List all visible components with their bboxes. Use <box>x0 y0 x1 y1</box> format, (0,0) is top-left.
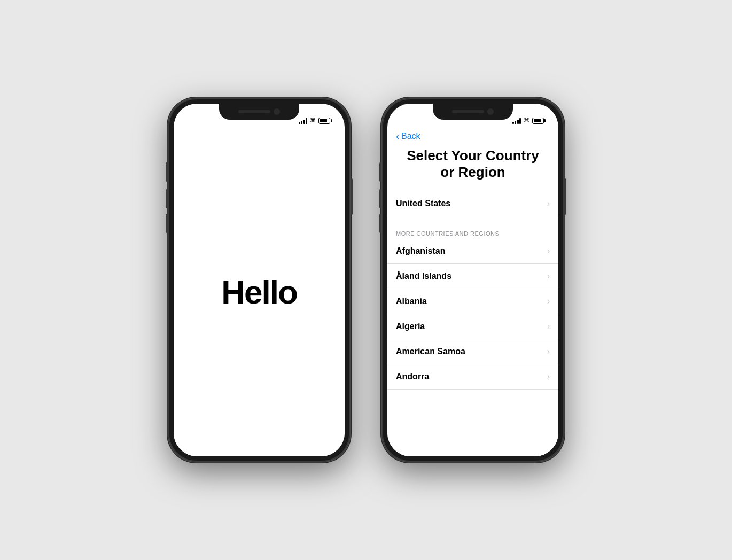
country-name-as: American Samoa <box>396 347 465 356</box>
iphone-country: ⌘ ‹ Back <box>382 98 564 462</box>
country-item-us[interactable]: United States › <box>387 191 558 216</box>
nav-bar: ‹ Back <box>387 127 558 143</box>
country-item-ad[interactable]: Andorra › <box>387 364 558 390</box>
battery-tip-2 <box>544 119 546 122</box>
country-name-dz: Algeria <box>396 322 425 331</box>
country-item-af[interactable]: Afghanistan › <box>387 239 558 264</box>
signal-bars-2 <box>512 118 521 124</box>
status-icons-2: ⌘ <box>512 117 546 124</box>
chevron-icon-al: › <box>547 297 550 306</box>
status-icons-1: ⌘ <box>299 117 332 124</box>
hello-text: Hello <box>221 273 297 311</box>
chevron-icon-dz: › <box>547 322 550 331</box>
notch-speaker-1 <box>238 110 270 113</box>
screen-title: Select Your Countryor Region <box>387 143 558 191</box>
notch-camera-1 <box>274 108 280 115</box>
battery-fill-2 <box>534 119 541 122</box>
country-name-ad: Andorra <box>396 372 429 382</box>
back-button[interactable]: ‹ Back <box>396 131 420 141</box>
hello-screen: Hello <box>174 127 345 456</box>
divider-gap <box>387 216 558 227</box>
country-screen-content: ‹ Back Select Your Countryor Region Unit… <box>387 127 558 456</box>
chevron-icon-af: › <box>547 246 550 256</box>
country-name-us: United States <box>396 199 450 208</box>
chevron-icon-us: › <box>547 199 550 208</box>
country-item-as[interactable]: American Samoa › <box>387 339 558 364</box>
more-countries-header: MORE COUNTRIES AND REGIONS <box>387 227 558 239</box>
battery-icon-1 <box>318 118 332 124</box>
wifi-icon-2: ⌘ <box>524 117 529 124</box>
back-label: Back <box>401 131 420 141</box>
country-name-af: Afghanistan <box>396 246 445 256</box>
chevron-icon-ad: › <box>547 372 550 382</box>
iphone-hello-inner: ⌘ Hello <box>174 104 345 456</box>
hello-screen-content: Hello <box>174 127 345 456</box>
battery-tip-1 <box>331 119 332 122</box>
country-name-ax: Åland Islands <box>396 271 451 281</box>
back-chevron-icon: ‹ <box>396 131 399 141</box>
wifi-icon-1: ⌘ <box>310 117 316 124</box>
country-screen: ‹ Back Select Your Countryor Region Unit… <box>387 127 558 456</box>
iphone-hello: ⌘ Hello <box>168 98 350 462</box>
country-item-ax[interactable]: Åland Islands › <box>387 264 558 289</box>
country-item-al[interactable]: Albania › <box>387 289 558 314</box>
signal-bars-1 <box>299 118 308 124</box>
iphone-country-inner: ⌘ ‹ Back <box>387 104 558 456</box>
country-list[interactable]: United States › MORE COUNTRIES AND REGIO… <box>387 191 558 456</box>
battery-body-2 <box>532 118 544 124</box>
notch-speaker-2 <box>452 110 484 113</box>
chevron-icon-as: › <box>547 347 550 356</box>
notch-2 <box>433 104 513 120</box>
notch-camera-2 <box>487 108 494 115</box>
country-name-al: Albania <box>396 297 427 306</box>
battery-fill-1 <box>320 119 328 122</box>
country-item-dz[interactable]: Algeria › <box>387 314 558 339</box>
chevron-icon-ax: › <box>547 271 550 281</box>
battery-icon-2 <box>532 118 546 124</box>
scene: ⌘ Hello <box>0 0 732 560</box>
notch-1 <box>219 104 299 120</box>
battery-body-1 <box>318 118 330 124</box>
